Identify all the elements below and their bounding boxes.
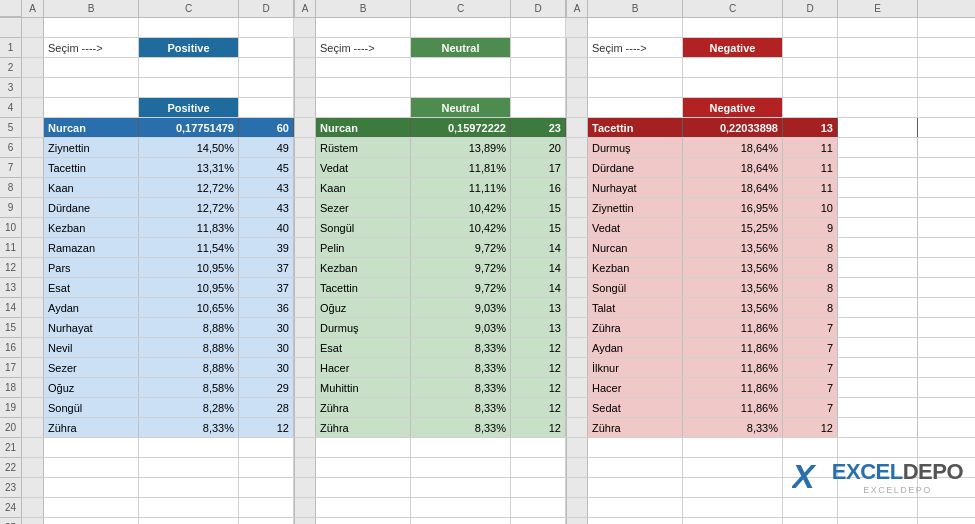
data-cell: Dürdane — [588, 158, 683, 177]
data-cell: Dürdane — [44, 198, 139, 217]
data-cell: 11,86% — [683, 378, 783, 397]
logo-watermark: X EXCEL DEPO EXCELDEPO — [792, 458, 963, 496]
cell — [783, 98, 838, 117]
empty-cell — [511, 58, 566, 77]
col-header-b1: B — [44, 0, 139, 17]
data-cell: 8 — [783, 258, 838, 277]
data-cell: Zühra — [44, 418, 139, 437]
data-cell: 10,95% — [139, 278, 239, 297]
data-cell — [294, 398, 316, 417]
data-cell: Nurhayat — [588, 178, 683, 197]
data-cell — [838, 158, 918, 177]
grid-row — [22, 498, 975, 518]
data-cell: 15 — [511, 198, 566, 217]
data-cell — [566, 278, 588, 297]
data-cell: 8,33% — [411, 338, 511, 357]
empty-cell — [838, 438, 918, 457]
empty-cell — [588, 438, 683, 457]
data-cell: 11,81% — [411, 158, 511, 177]
cell — [294, 38, 316, 57]
data-cell — [838, 298, 918, 317]
data-cell: 39 — [239, 238, 294, 257]
data-cell: 11 — [783, 178, 838, 197]
top-data-cell: 23 — [511, 118, 566, 137]
row-number-4: 4 — [0, 98, 21, 118]
empty-cell — [783, 518, 838, 524]
empty-cell — [511, 478, 566, 497]
empty-cell — [294, 518, 316, 524]
grid-row: Sezer8,88%30Hacer8,33%12İlknur11,86%7 — [22, 358, 975, 378]
empty-cell — [411, 58, 511, 77]
data-cell: 18,64% — [683, 138, 783, 157]
empty-cell — [588, 498, 683, 517]
data-cell: Pars — [44, 258, 139, 277]
data-cell: 18,64% — [683, 178, 783, 197]
data-cell: 30 — [239, 338, 294, 357]
data-cell — [294, 158, 316, 177]
negative-button[interactable]: Negative — [683, 38, 783, 57]
cell — [566, 38, 588, 57]
empty-cell — [316, 438, 411, 457]
data-cell — [294, 378, 316, 397]
empty-cell — [22, 78, 44, 97]
data-cell: 11,11% — [411, 178, 511, 197]
data-cell — [566, 398, 588, 417]
empty-cell — [316, 478, 411, 497]
data-cell: 8,33% — [683, 418, 783, 437]
grid-row: Kezban11,83%40Songül10,42%15Vedat15,25%9 — [22, 218, 975, 238]
data-cell: 10,42% — [411, 218, 511, 237]
data-cell — [838, 398, 918, 417]
data-cell: 8,88% — [139, 318, 239, 337]
empty-cell — [838, 498, 918, 517]
data-cell — [22, 398, 44, 417]
data-cell: Zühra — [316, 418, 411, 437]
cell: Seçim ----> — [588, 38, 683, 57]
data-cell: 9,03% — [411, 298, 511, 317]
empty-cell — [511, 518, 566, 524]
data-cell: 12 — [511, 338, 566, 357]
top-data-cell: Nurcan — [44, 118, 139, 137]
data-cell — [838, 238, 918, 257]
data-cell: 7 — [783, 358, 838, 377]
data-cell — [838, 218, 918, 237]
data-cell: 8,88% — [139, 358, 239, 377]
data-cell: 7 — [783, 378, 838, 397]
data-cell: 8 — [783, 238, 838, 257]
data-cell — [22, 178, 44, 197]
neutral-button[interactable]: Neutral — [411, 38, 511, 57]
row-number-12: 12 — [0, 258, 21, 278]
col-header-c3: C — [683, 0, 783, 17]
cell — [22, 38, 44, 57]
data-cell: 13,56% — [683, 298, 783, 317]
empty-cell — [783, 18, 838, 37]
row-number-8: 8 — [0, 178, 21, 198]
cell — [239, 98, 294, 117]
data-cell: 12 — [511, 378, 566, 397]
col-header-a1: A — [22, 0, 44, 17]
data-cell: 8,58% — [139, 378, 239, 397]
data-cell: Nevil — [44, 338, 139, 357]
positive-button[interactable]: Positive — [139, 38, 239, 57]
data-cell: Zühra — [588, 418, 683, 437]
empty-cell — [838, 78, 918, 97]
data-cell — [294, 358, 316, 377]
top-data-cell: 60 — [239, 118, 294, 137]
data-cell — [294, 238, 316, 257]
data-cell — [22, 258, 44, 277]
data-cell: Sezer — [316, 198, 411, 217]
data-cell: 12,72% — [139, 198, 239, 217]
data-cell — [838, 178, 918, 197]
data-cell — [294, 418, 316, 437]
row-number-6: 6 — [0, 138, 21, 158]
data-cell: 30 — [239, 358, 294, 377]
data-cell: 43 — [239, 198, 294, 217]
cell: Seçim ----> — [316, 38, 411, 57]
data-cell — [294, 178, 316, 197]
logo-depo-text: DEPO — [903, 459, 963, 485]
data-cell: 40 — [239, 218, 294, 237]
cell — [511, 98, 566, 117]
data-cell — [22, 158, 44, 177]
empty-cell — [294, 498, 316, 517]
empty-cell — [683, 58, 783, 77]
grid-row: Dürdane12,72%43Sezer10,42%15Ziynettin16,… — [22, 198, 975, 218]
